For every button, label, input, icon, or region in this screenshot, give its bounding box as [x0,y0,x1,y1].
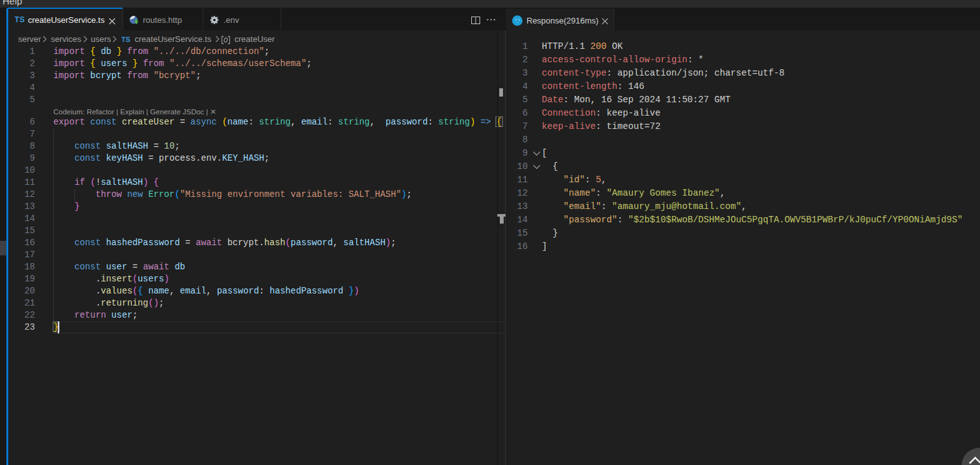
svg-text:{···}: {···} [515,18,520,21]
svg-text:····: ···· [516,22,519,24]
